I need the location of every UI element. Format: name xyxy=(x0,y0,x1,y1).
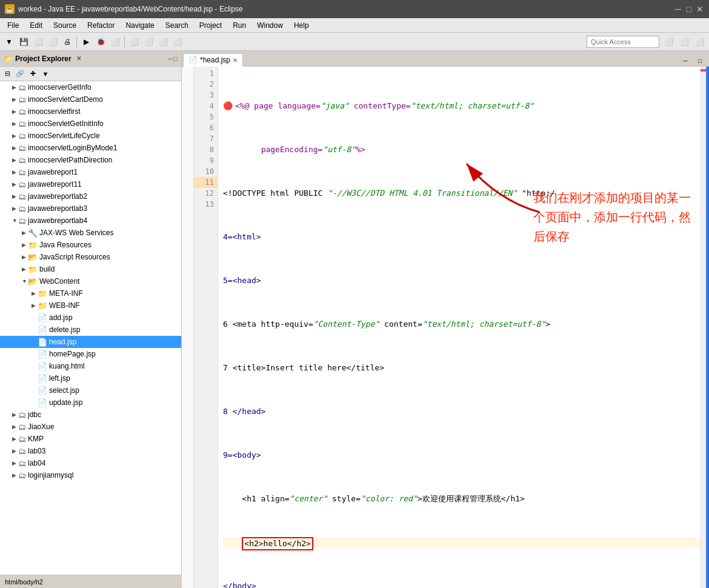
menu-edit[interactable]: Edit xyxy=(25,20,47,31)
line-num-5: 5 xyxy=(194,112,218,122)
code-line-3: <!DOCTYPE html PUBLIC "-//W3C//DTD HTML … xyxy=(223,188,701,199)
line-num-7: 7 xyxy=(194,133,218,144)
tree-item-imoocServletCartDemo[interactable]: ▶ 🗂 imoocServletCartDemo xyxy=(0,93,181,105)
title-bar: ☕ worked - Java EE - javawebreportlab4/W… xyxy=(0,0,709,18)
tree-item-meta-inf[interactable]: ▶ 📁 META-INF xyxy=(0,287,181,299)
tree-item-imoocServletGetInitInfo[interactable]: ▶ 🗂 imoocServletGetInitInfo xyxy=(0,118,181,130)
tree-item-web-inf[interactable]: ▶ 📁 WEB-INF xyxy=(0,299,181,312)
tree-item-jdbc[interactable]: ▶ 🗂 jdbc xyxy=(0,409,181,421)
menu-run[interactable]: Run xyxy=(228,20,251,31)
menu-refactor[interactable]: Refactor xyxy=(82,20,119,31)
tree-item-javawebreportlab3[interactable]: ▶ 🗂 javawebreportlab3 xyxy=(0,202,181,215)
line-num-8: 8 xyxy=(194,144,218,155)
tree-item-imoocservletLoginByMode1[interactable]: ▶ 🗂 imoocservletLoginByMode1 xyxy=(0,142,181,154)
pe-minimize-btn[interactable]: ─ xyxy=(168,55,173,62)
tree-item-java-resources[interactable]: ▶ 📁 Java Resources xyxy=(0,239,181,251)
tree-item-javascript-resources[interactable]: ▶ 📂 JavaScript Resources xyxy=(0,251,181,263)
tree-item-kmp[interactable]: ▶ 🗂 KMP xyxy=(0,433,181,445)
menu-source[interactable]: Source xyxy=(48,20,81,31)
tree-item-imoocServletLifeCycle[interactable]: ▶ 🗂 imoocServletLifeCycle xyxy=(0,130,181,142)
toolbar-btn-7[interactable]: ⬜ xyxy=(142,35,155,48)
toolbar-run[interactable]: ▶ xyxy=(79,35,93,48)
toolbar-btn-4[interactable]: 🖨 xyxy=(61,35,74,48)
tree-item-jiaoxue[interactable]: ▶ 🗂 JiaoXue xyxy=(0,421,181,433)
editor-tab-head-jsp[interactable]: 📄 *head.jsp ✕ xyxy=(183,53,243,67)
quick-access-input[interactable] xyxy=(587,36,659,48)
menu-search[interactable]: Search xyxy=(161,20,193,31)
tree-container: ▶ 🗂 imoocserverGetInfo ▶ 🗂 imoocServletC… xyxy=(0,81,181,575)
menu-window[interactable]: Window xyxy=(252,20,288,31)
tree-item-homepage-jsp[interactable]: ▶ 📄 homePage.jsp xyxy=(0,348,181,360)
line-num-13: 13 xyxy=(194,199,218,210)
tree-item-imoocservletfirst[interactable]: ▶ 🗂 imoocservletfirst xyxy=(0,105,181,118)
toolbar-btn-3[interactable]: ⬜ xyxy=(46,35,59,48)
tree-item-imoocserverGetInfo[interactable]: ▶ 🗂 imoocserverGetInfo xyxy=(0,81,181,93)
toolbar-btn-6[interactable]: ⬜ xyxy=(127,35,141,48)
line-num-2: 2 xyxy=(194,79,218,90)
code-line-1: 🔴<%@ page language="java" contentType="t… xyxy=(223,101,701,112)
toolbar-btn-9[interactable]: ⬜ xyxy=(171,35,184,48)
pe-link-editor[interactable]: 🔗 xyxy=(14,68,26,80)
editor-maximize-btn[interactable]: □ xyxy=(693,55,707,66)
code-editor[interactable]: 🔴<%@ page language="java" contentType="t… xyxy=(218,67,701,588)
menu-help[interactable]: Help xyxy=(289,20,314,31)
minimize-button[interactable]: ─ xyxy=(674,5,682,13)
pe-toolbar: ⊟ 🔗 ✚ ▼ xyxy=(0,67,181,81)
status-breadcrumb: html/body/h2 xyxy=(5,578,43,586)
tree-item-lab04[interactable]: ▶ 🗂 lab04 xyxy=(0,457,181,469)
tree-item-imoocservletPathDirection[interactable]: ▶ 🗂 imoocservletPathDirection xyxy=(0,154,181,166)
tree-item-webcontent[interactable]: ▼ 📂 WebContent xyxy=(0,275,181,287)
close-button[interactable]: ✕ xyxy=(696,5,704,13)
tree-item-head-jsp[interactable]: ▶ 📄 head.jsp xyxy=(0,336,181,348)
tree-item-build[interactable]: ▶ 📁 build xyxy=(0,263,181,275)
pe-new[interactable]: ✚ xyxy=(27,68,39,80)
toolbar-btn-8[interactable]: ⬜ xyxy=(156,35,170,48)
toolbar-btn-2[interactable]: ⬜ xyxy=(32,35,45,48)
quick-access-btn-2[interactable]: ⬜ xyxy=(677,35,691,48)
line-num-10: 10 xyxy=(194,166,218,177)
tree-item-left-jsp[interactable]: ▶ 📄 left.jsp xyxy=(0,372,181,384)
editor-tab-icon: 📄 xyxy=(188,56,198,64)
maximize-button[interactable]: □ xyxy=(685,5,693,13)
pe-maximize-btn[interactable]: □ xyxy=(173,55,178,62)
tree-item-jax-ws[interactable]: ▶ 🔧 JAX-WS Web Services xyxy=(0,227,181,239)
pe-collapse-all[interactable]: ⊟ xyxy=(1,68,13,80)
editor-tab-close[interactable]: ✕ xyxy=(233,57,238,64)
toolbar-btn-5[interactable]: ⬜ xyxy=(108,35,122,48)
menu-project[interactable]: Project xyxy=(195,20,227,31)
editor-right-bar xyxy=(701,67,709,588)
tree-item-select-jsp[interactable]: ▶ 📄 select.jsp xyxy=(0,384,181,396)
line-numbers: 1 2 3 4 5 6 7 8 9 10 11 12 13 xyxy=(194,67,218,588)
tree-item-javawebreport11[interactable]: ▶ 🗂 javawebreport11 xyxy=(0,178,181,190)
project-explorer-close[interactable]: ✕ xyxy=(76,55,81,62)
line-num-9: 9 xyxy=(194,155,218,166)
code-line-7: 7 <title>Insert title here</title> xyxy=(223,362,701,373)
editor-minimize-btn[interactable]: ─ xyxy=(679,55,692,66)
quick-access-btn-3[interactable]: ⬜ xyxy=(693,35,707,48)
project-explorer-icon: 📁 xyxy=(4,55,13,63)
tree-item-delete-jsp[interactable]: ▶ 📄 delete.jsp xyxy=(0,324,181,336)
toolbar-separator-1 xyxy=(76,36,77,47)
tree-item-add-jsp[interactable]: ▶ 📄 add.jsp xyxy=(0,312,181,324)
tree-item-javawebreport1[interactable]: ▶ 🗂 javawebreport1 xyxy=(0,166,181,178)
quick-access-btn-1[interactable]: ⬜ xyxy=(662,35,675,48)
tree-item-loginjianmysql[interactable]: ▶ 🗂 loginjianmysql xyxy=(0,469,181,481)
tree-item-javawebreportlab4[interactable]: ▼ 🗂 javawebreportlab4 xyxy=(0,215,181,227)
code-line-11: <h2>hello</h2> xyxy=(223,537,701,548)
toolbar-save[interactable]: 💾 xyxy=(17,35,30,48)
toolbar-btn-1[interactable]: ▼ xyxy=(2,35,16,48)
code-line-9: 9=<body> xyxy=(223,450,701,461)
tree-item-javawebreportlab2[interactable]: ▶ 🗂 javawebreportlab2 xyxy=(0,190,181,202)
menu-navigate[interactable]: Navigate xyxy=(121,20,159,31)
tree-item-lab03[interactable]: ▶ 🗂 lab03 xyxy=(0,445,181,457)
main-layout: 📁 Project Explorer ✕ ─ □ ⊟ 🔗 ✚ ▼ ▶ 🗂 imo… xyxy=(0,51,709,575)
code-line-2: pageEncoding="utf-8"%> xyxy=(223,144,701,155)
editor-section: 📄 *head.jsp ✕ ─ □ xyxy=(182,51,709,575)
toolbar-debug[interactable]: 🐞 xyxy=(94,35,107,48)
menu-file[interactable]: File xyxy=(2,20,24,31)
tree-item-kuang-html[interactable]: ▶ 📄 kuang.html xyxy=(0,360,181,372)
blue-sidebar xyxy=(706,67,709,588)
pe-menu[interactable]: ▼ xyxy=(39,68,52,80)
line-num-1: 1 xyxy=(194,68,218,79)
tree-item-update-jsp[interactable]: ▶ 📄 update.jsp xyxy=(0,396,181,409)
